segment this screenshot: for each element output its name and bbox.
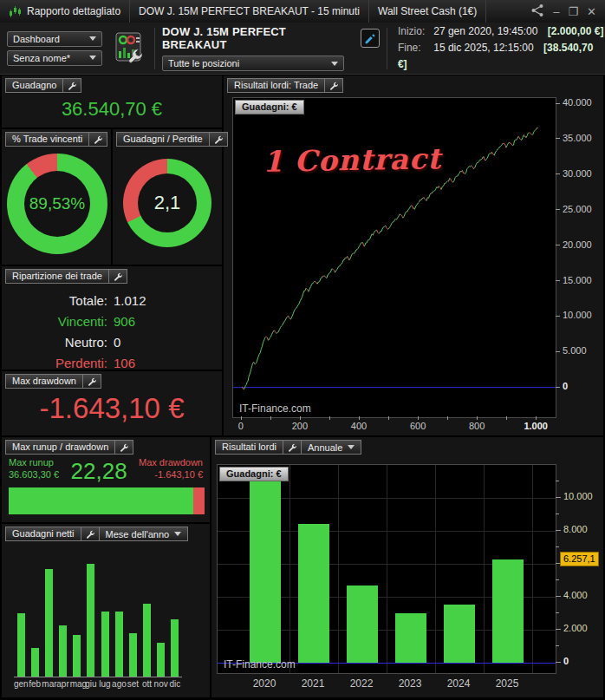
x-axis-tick xyxy=(270,416,271,420)
breakdown-label: Vincenti: xyxy=(2,311,107,332)
monthly-bar xyxy=(87,564,94,677)
monthly-bar xyxy=(143,604,151,677)
y-axis-tick xyxy=(556,645,559,646)
monthly-x-label: feb xyxy=(28,679,42,689)
monthly-x-labels: genfebmaraprmaggiulugagosetottnovdic xyxy=(14,679,182,689)
dashboard-select[interactable]: Dashboard xyxy=(7,31,102,47)
minimize-icon[interactable]: – xyxy=(553,6,559,17)
y-axis-tick xyxy=(556,209,560,210)
panel-title: Guadagno xyxy=(5,78,63,93)
y-axis-tick xyxy=(556,173,560,174)
y-axis-tick xyxy=(556,497,561,498)
annual-bar xyxy=(250,481,281,663)
wrench-icon[interactable] xyxy=(89,132,107,147)
trade-breakdown-row: Vincenti:906 xyxy=(2,311,222,332)
y-axis-label: 8.000 xyxy=(563,524,588,534)
x-axis-label: 2021 xyxy=(291,677,335,690)
y-axis-tick xyxy=(556,546,559,547)
y-axis-label: 15.000 xyxy=(563,275,592,285)
report-settings-icon[interactable] xyxy=(114,30,142,67)
date-start-row: Inizio: 27 gen 2020, 19:45:00 [2.000,00 … xyxy=(398,23,605,40)
y-axis-label: 10.000 xyxy=(563,310,592,320)
x-axis-label: 800 xyxy=(455,421,498,431)
win-rate-value: 89,53% xyxy=(29,194,85,213)
x-axis-tick xyxy=(506,416,507,420)
y-axis-tick xyxy=(556,387,560,388)
month-of-year-select-value: Mese dell'anno xyxy=(106,529,170,540)
dashboard-select-value: Dashboard xyxy=(13,34,60,44)
close-icon[interactable]: ✕ xyxy=(587,6,596,17)
max-drawdown-label: Max drawdown xyxy=(139,456,203,468)
wrench-icon[interactable] xyxy=(325,78,343,93)
wrench-icon[interactable] xyxy=(63,78,81,93)
toolbar-left: Dashboard Senza nome* xyxy=(0,31,109,66)
layout-select[interactable]: Senza nome* xyxy=(7,50,102,66)
max-runup-value: 36.603,30 € xyxy=(9,468,59,481)
max-runup-block: Max runup 36.603,30 € xyxy=(9,456,59,481)
max-runup-label: Max runup xyxy=(9,456,59,468)
y-axis-label: 0 xyxy=(563,656,569,666)
annual-bar xyxy=(395,613,426,663)
breakdown-value: 1.012 xyxy=(107,291,146,311)
max-drawdown-value: -1.643,10 € xyxy=(2,392,222,425)
monthly-x-label: gen xyxy=(14,679,28,689)
monthly-bar xyxy=(115,612,123,677)
toolbar-separator xyxy=(154,28,155,69)
y-axis-tick xyxy=(556,103,560,104)
edit-strategy-icon[interactable] xyxy=(361,29,380,48)
positions-select[interactable]: Tutte le posizioni xyxy=(162,56,344,71)
panel-trade-breakdown: Ripartizione dei trade Totale:1.012Vince… xyxy=(2,266,222,370)
watermark: IT-Finance.com xyxy=(239,402,311,415)
maximize-icon[interactable]: ❐ xyxy=(568,6,578,17)
period-select-value: Annuale xyxy=(308,442,342,453)
trade-breakdown-row: Totale:1.012 xyxy=(2,291,222,311)
y-axis-tick xyxy=(556,138,560,139)
wrench-icon[interactable] xyxy=(109,269,127,284)
y-axis-tick xyxy=(556,481,559,481)
v-gridline xyxy=(289,465,290,673)
monthly-bar xyxy=(171,619,179,677)
x-axis-label: 400 xyxy=(337,421,381,431)
x-axis-label: 1.000 xyxy=(514,421,557,431)
win-rate-donut: 89,53% xyxy=(7,154,107,254)
period-select[interactable]: Annuale xyxy=(302,440,361,455)
wrench-icon[interactable] xyxy=(81,527,100,541)
x-axis-tick xyxy=(241,416,242,420)
chevron-down-icon xyxy=(174,532,181,536)
series-label: Guadagni: € xyxy=(219,467,289,481)
share-icon[interactable] xyxy=(530,3,544,19)
chevron-down-icon xyxy=(348,445,355,449)
tab-strategy[interactable]: DOW J. 15M PERFECT BREAKAUT - 15 minuti xyxy=(130,0,369,23)
positions-select-value: Tutte le posizioni xyxy=(168,58,239,69)
runup-drawdown-bar xyxy=(9,487,205,514)
wrench-icon[interactable] xyxy=(115,440,133,455)
y-axis-label: 25.000 xyxy=(563,204,592,214)
y-axis-label: 5.000 xyxy=(563,345,587,356)
monthly-x-label: nov xyxy=(154,679,168,689)
max-drawdown-small-value: -1.643,10 € xyxy=(139,468,203,481)
panel-title: Ripartizione dei trade xyxy=(5,269,109,284)
equity-chart-plot: Guadagni: € 1 Contract IT-Finance.com xyxy=(232,97,556,418)
x-axis-label: 0 xyxy=(219,421,263,431)
chevron-down-icon xyxy=(89,56,96,60)
monthly-bar xyxy=(45,569,53,677)
monthly-x-label: mar xyxy=(42,679,55,689)
y-axis-tick xyxy=(556,612,559,613)
y-axis-tick xyxy=(556,351,560,352)
monthly-bar xyxy=(31,648,39,677)
trade-breakdown-rows: Totale:1.012Vincenti:906Neutro:0Perdenti… xyxy=(2,291,222,374)
panel-equity-chart: Risultati lordi: Trade Guadagni: € 1 Con… xyxy=(224,75,603,435)
month-of-year-select[interactable]: Mese dell'anno xyxy=(100,527,189,541)
start-label: Inizio: xyxy=(398,23,431,40)
y-axis-label: 40.000 xyxy=(563,97,592,108)
wrench-icon[interactable] xyxy=(83,374,101,389)
wrench-icon[interactable] xyxy=(210,132,228,147)
y-axis-tick xyxy=(556,530,561,531)
panel-max-drawdown: Max drawdown -1.643,10 € xyxy=(2,371,222,435)
tab-rapporto-dettagliato[interactable]: Rapporto dettagliato xyxy=(0,0,130,23)
y-axis-label: 30.000 xyxy=(563,168,592,179)
total-gain-value: 36.540,70 € xyxy=(2,98,222,121)
tab-wall-street-cash[interactable]: Wall Street Cash (1€) xyxy=(369,0,486,23)
wrench-icon[interactable] xyxy=(283,440,302,455)
monthly-x-label: ott xyxy=(140,679,153,689)
